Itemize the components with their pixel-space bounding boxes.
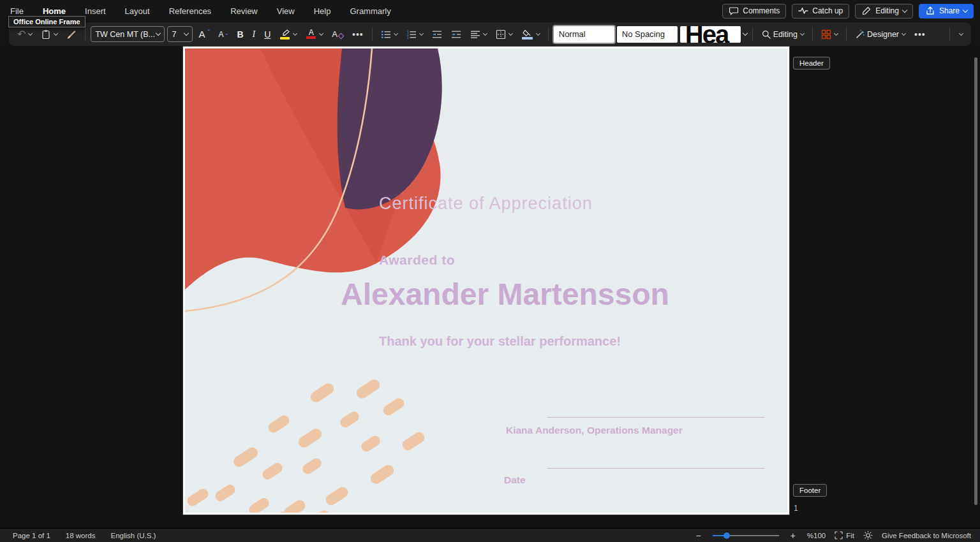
menu-file[interactable]: File xyxy=(10,6,24,16)
certificate-awarded-to: Awarded to xyxy=(379,253,782,268)
fit-button[interactable]: Fit xyxy=(835,531,854,539)
document-page[interactable]: Certificate of Appreciation Awarded to A… xyxy=(183,47,789,515)
increase-indent-button[interactable] xyxy=(448,27,464,41)
shrink-font-button[interactable]: Aˆ xyxy=(215,28,231,41)
shading-button[interactable] xyxy=(518,27,543,41)
zoom-out-button[interactable]: − xyxy=(693,531,703,541)
font-size-select[interactable]: 7 xyxy=(167,26,193,42)
page-number: 1 xyxy=(794,504,798,513)
editing-find-button[interactable]: Editing xyxy=(758,27,807,41)
menu-grammarly[interactable]: Grammarly xyxy=(350,6,390,16)
divider xyxy=(846,27,847,41)
certificate: Certificate of Appreciation Awarded to A… xyxy=(185,48,787,513)
grow-font-icon: A xyxy=(198,29,205,40)
style-no-spacing[interactable]: No Spacing xyxy=(617,26,678,43)
grow-font-button[interactable]: Aˆ xyxy=(195,27,212,41)
menu-review[interactable]: Review xyxy=(230,6,258,16)
zoom-percent[interactable]: %100 xyxy=(807,532,826,539)
pulse-icon xyxy=(798,6,808,16)
numbering-button[interactable]: 123 xyxy=(403,27,426,41)
underline-button[interactable]: U xyxy=(261,27,274,41)
menu-layout[interactable]: Layout xyxy=(125,6,150,16)
menu-help[interactable]: Help xyxy=(314,6,331,16)
bullet-list-icon xyxy=(381,29,391,40)
chevron-down-icon xyxy=(509,31,513,35)
font-name-select[interactable]: TW Cen MT (B... xyxy=(91,26,165,42)
shading-icon xyxy=(521,29,533,40)
highlight-color-button[interactable] xyxy=(276,27,300,41)
footer-tag[interactable]: Footer xyxy=(793,484,827,497)
zoom-slider-handle[interactable] xyxy=(724,532,730,539)
more-font-options-button[interactable]: ••• xyxy=(349,27,367,41)
style-gallery-chevron-icon[interactable] xyxy=(743,31,748,36)
font-name-value: TW Cen MT (B... xyxy=(95,30,155,39)
numbered-list-icon: 123 xyxy=(406,29,417,40)
status-right: − + %100 Fit Give Feedback to Microsoft xyxy=(693,531,980,541)
menu-bar: File Home Insert Layout References Revie… xyxy=(0,0,980,22)
chevron-down-icon xyxy=(483,31,487,35)
menu-tabs: File Home Insert Layout References Revie… xyxy=(0,6,391,16)
bold-button[interactable]: B xyxy=(234,27,246,41)
bullets-button[interactable] xyxy=(378,27,401,41)
zoom-slider[interactable] xyxy=(713,531,779,540)
style-normal[interactable]: Normal xyxy=(554,26,614,43)
align-left-icon xyxy=(470,29,480,40)
page-count[interactable]: Page 1 of 1 xyxy=(13,532,50,539)
chevron-down-icon xyxy=(834,31,838,35)
zoom-in-button[interactable]: + xyxy=(788,531,798,541)
chevron-down-icon xyxy=(394,31,398,35)
clear-formatting-button[interactable]: A xyxy=(329,27,346,41)
language[interactable]: English (U.S.) xyxy=(111,532,156,539)
editing-mode-button[interactable]: Editing xyxy=(855,4,913,18)
ribbon-overflow-button[interactable]: ••• xyxy=(911,27,929,41)
word-online-app: File Home Insert Layout References Revie… xyxy=(0,0,980,542)
chevron-down-icon xyxy=(419,31,424,35)
catch-up-button[interactable]: Catch up xyxy=(792,4,849,18)
chevron-down-icon xyxy=(902,7,907,12)
font-color-button[interactable]: A xyxy=(302,27,326,41)
vertical-scrollbar[interactable] xyxy=(974,57,977,505)
decrease-indent-button[interactable] xyxy=(429,27,445,41)
signature-name: Kiana Anderson, Operations Manager xyxy=(506,425,761,436)
certificate-title: Certificate of Appreciation xyxy=(379,194,782,214)
certificate-message: Thank you for your stellar performance! xyxy=(379,334,782,349)
share-icon xyxy=(925,6,935,16)
menu-insert[interactable]: Insert xyxy=(85,6,106,16)
brightness-icon[interactable] xyxy=(863,531,873,540)
feedback-link[interactable]: Give Feedback to Microsoft xyxy=(882,532,971,539)
designer-button[interactable]: Designer xyxy=(852,27,909,41)
divider xyxy=(372,27,373,41)
comments-button[interactable]: Comments xyxy=(722,4,786,18)
ribbon: ↶ TW Cen MT (B... 7 Aˆ Aˆ B I xyxy=(9,22,971,46)
divider xyxy=(812,27,813,41)
menu-references[interactable]: References xyxy=(169,6,211,16)
collapse-ribbon-button[interactable] xyxy=(955,32,966,37)
ellipsis-icon: ••• xyxy=(352,29,364,40)
italic-button[interactable]: I xyxy=(249,27,259,41)
peach-dash-pattern xyxy=(186,377,427,513)
font-color-icon: A xyxy=(306,29,316,39)
chevron-down-icon xyxy=(156,31,161,36)
word-count[interactable]: 18 words xyxy=(66,532,96,539)
align-button[interactable] xyxy=(467,27,490,41)
undo-icon: ↶ xyxy=(17,30,26,39)
share-button[interactable]: Share xyxy=(919,4,974,18)
format-painter-button[interactable] xyxy=(63,27,80,41)
undo-button[interactable]: ↶ xyxy=(14,28,35,41)
chevron-down-icon xyxy=(959,31,963,35)
table-button[interactable] xyxy=(493,27,516,41)
pencil-icon xyxy=(861,6,872,16)
header-tag[interactable]: Header xyxy=(793,57,830,70)
bold-icon: B xyxy=(237,29,243,40)
decrease-indent-icon xyxy=(432,29,442,40)
menu-home[interactable]: Home xyxy=(43,6,66,16)
menu-view[interactable]: View xyxy=(277,6,295,16)
style-heading[interactable]: Hea xyxy=(680,26,741,43)
designer-label: Designer xyxy=(867,30,899,39)
highlighter-icon xyxy=(279,29,290,40)
designer-wand-icon xyxy=(855,29,865,40)
addins-button[interactable] xyxy=(818,27,841,41)
editing-label: Editing xyxy=(773,30,798,39)
paste-button[interactable] xyxy=(38,27,61,41)
comment-icon xyxy=(729,6,739,16)
